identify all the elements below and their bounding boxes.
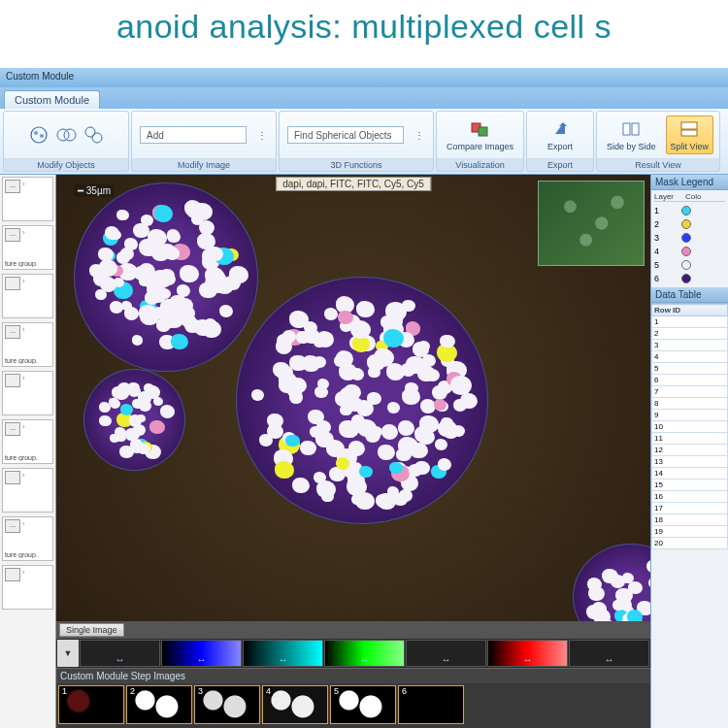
- legend-color-dot: [681, 233, 691, 243]
- ellipsis-button[interactable]: [5, 277, 20, 290]
- ellipsis-button[interactable]: ...: [5, 519, 20, 533]
- tab-custom-module[interactable]: Custom Module: [4, 90, 100, 109]
- image-viewer[interactable]: ━ 35µm dapi, dapi, FITC, FITC, Cy5, Cy5: [56, 175, 650, 621]
- step-thumbnail[interactable]: 2: [126, 685, 192, 724]
- ribbon-group-label: Export: [527, 158, 593, 171]
- histogram-red[interactable]: ↔: [487, 640, 568, 667]
- step-number: 5: [332, 686, 341, 696]
- table-row[interactable]: 2: [652, 328, 728, 340]
- tab-single-image[interactable]: Single Image: [59, 623, 124, 637]
- ribbon-group-label: 3D Functions: [280, 158, 433, 171]
- data-table-col-rowid[interactable]: Row ID: [652, 305, 728, 316]
- table-row[interactable]: 16: [652, 491, 728, 503]
- table-row[interactable]: 6: [652, 375, 728, 386]
- scale-bar: ━ 35µm: [74, 184, 115, 197]
- table-row[interactable]: 9: [652, 410, 728, 421]
- step-thumbnail[interactable]: 1: [58, 685, 124, 724]
- left-item-label: ture group.: [5, 260, 50, 267]
- legend-layer-num: 5: [654, 260, 676, 270]
- step-thumbnail[interactable]: 3: [194, 685, 260, 724]
- step-number: 1: [60, 686, 69, 696]
- histogram-menu[interactable]: ▼: [57, 640, 79, 667]
- export-button[interactable]: Export: [544, 116, 577, 153]
- export-icon: [549, 118, 571, 140]
- ellipsis-button[interactable]: [5, 471, 20, 484]
- export-label: Export: [547, 142, 573, 151]
- overview-thumbnail[interactable]: [538, 181, 645, 266]
- ellipsis-button[interactable]: [5, 374, 20, 387]
- left-panel-item[interactable]: ›: [2, 565, 53, 610]
- chevron-right-icon: ›: [22, 471, 25, 484]
- step-thumbnail[interactable]: 4: [262, 685, 328, 724]
- chevron-right-icon: ›: [22, 180, 25, 193]
- ellipsis-button[interactable]: ...: [5, 228, 20, 242]
- left-panel-item[interactable]: ›: [2, 371, 53, 415]
- left-panel-item[interactable]: ...›ture group.: [2, 419, 53, 464]
- legend-color-dot: [681, 206, 691, 215]
- ribbon-group-label: Modify Objects: [4, 158, 128, 171]
- table-row[interactable]: 18: [652, 514, 728, 526]
- table-row[interactable]: 4: [652, 351, 728, 363]
- main-view: ━ 35µm dapi, dapi, FITC, FITC, Cy5, Cy5 …: [56, 175, 650, 728]
- ribbon-tabs: Custom Module: [0, 87, 728, 109]
- svg-point-6: [92, 133, 102, 143]
- ribbon-group-3d-functions: ⋮ 3D Functions: [279, 111, 434, 172]
- left-panel-item[interactable]: ...›ture group.: [2, 225, 53, 270]
- table-row[interactable]: 13: [652, 456, 728, 468]
- table-row[interactable]: 5: [652, 363, 728, 375]
- histogram-blue[interactable]: ↔: [161, 640, 242, 667]
- left-panel-item[interactable]: ...›: [2, 177, 53, 221]
- ellipsis-button[interactable]: ...: [5, 325, 20, 339]
- histogram-cyan[interactable]: ↔: [243, 640, 323, 667]
- add-input[interactable]: [140, 126, 247, 144]
- ellipsis-button[interactable]: [5, 568, 20, 581]
- svg-point-4: [64, 129, 76, 141]
- modify-objects-icon-2[interactable]: [55, 124, 77, 146]
- split-view-button[interactable]: Split View: [666, 116, 713, 154]
- add-more-icon[interactable]: ⋮: [254, 130, 270, 141]
- left-panel-item[interactable]: ›: [2, 274, 53, 318]
- step-thumbnail[interactable]: 5: [330, 685, 396, 724]
- svg-rect-9: [623, 123, 630, 135]
- data-table[interactable]: Row ID1234567891011121314151617181920: [651, 303, 728, 728]
- histogram-gray3[interactable]: ↔: [569, 640, 649, 667]
- step-thumbnail[interactable]: 6: [398, 685, 464, 724]
- step-number: 2: [128, 686, 137, 696]
- table-row[interactable]: 8: [652, 398, 728, 410]
- ribbon-group-visualization: Compare Images Visualization: [436, 111, 524, 172]
- workspace: ...›...›ture group.›...›ture group.›...›…: [0, 175, 728, 728]
- histogram-gray2[interactable]: ↔: [406, 640, 486, 667]
- table-row[interactable]: 20: [652, 538, 728, 549]
- modify-objects-icon-1[interactable]: [28, 124, 50, 146]
- table-row[interactable]: 10: [652, 421, 728, 433]
- histogram-green[interactable]: ↔: [324, 640, 405, 667]
- left-panel-item[interactable]: ...›ture group.: [2, 322, 53, 367]
- table-row[interactable]: 7: [652, 386, 728, 398]
- table-row[interactable]: 17: [652, 503, 728, 514]
- legend-layer-num: 2: [654, 219, 676, 229]
- chevron-right-icon: ›: [22, 228, 25, 242]
- table-row[interactable]: 1: [652, 316, 728, 328]
- compare-images-button[interactable]: Compare Images: [443, 116, 517, 153]
- svg-rect-8: [479, 127, 487, 136]
- compare-label: Compare Images: [447, 142, 513, 151]
- svg-point-2: [40, 134, 44, 138]
- table-row[interactable]: 12: [652, 445, 728, 456]
- table-row[interactable]: 19: [652, 526, 728, 538]
- ellipsis-button[interactable]: ...: [5, 422, 20, 436]
- table-row[interactable]: 14: [652, 468, 728, 480]
- table-row[interactable]: 11: [652, 433, 728, 445]
- split-view-icon: [678, 118, 700, 140]
- histogram-gray[interactable]: ↔: [80, 640, 160, 667]
- left-panel-item[interactable]: ›: [2, 468, 53, 513]
- table-row[interactable]: 15: [652, 480, 728, 491]
- side-by-side-button[interactable]: Side by Side: [603, 116, 660, 153]
- page-title: anoid analysis: multiplexed cell s: [0, 0, 728, 63]
- table-row[interactable]: 3: [652, 340, 728, 351]
- find-spherical-input[interactable]: [287, 126, 404, 144]
- mask-legend-header: Mask Legend: [651, 175, 728, 190]
- modify-objects-icon-3[interactable]: [83, 124, 104, 146]
- find-more-icon[interactable]: ⋮: [412, 130, 427, 141]
- ellipsis-button[interactable]: ...: [5, 180, 20, 193]
- left-panel-item[interactable]: ...›ture group.: [2, 516, 53, 561]
